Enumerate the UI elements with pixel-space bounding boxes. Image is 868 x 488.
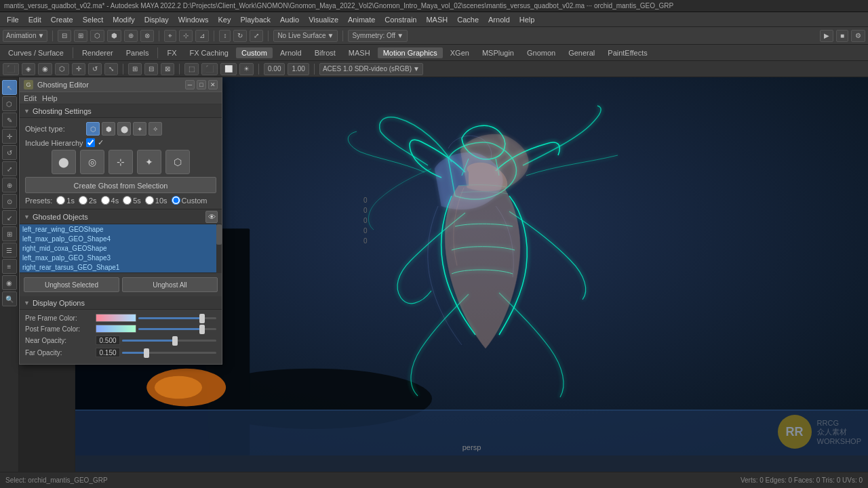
ge-objtype-joint[interactable]: ✦ (133, 122, 146, 136)
vp-wire[interactable]: ⬚ (184, 63, 199, 75)
ge-minimize-btn[interactable]: ─ (185, 80, 195, 89)
tb-btn-5[interactable]: ⊕ (124, 30, 138, 42)
ge-ghost-icon-1[interactable]: ⬤ (52, 150, 76, 174)
ge-ghost-icon-4[interactable]: ✦ (137, 150, 161, 174)
ge-near-opacity-slider[interactable] (122, 340, 216, 342)
menu-create[interactable]: Create (47, 14, 77, 25)
ge-list-item-5[interactable]: right_mid_tarsus_GEO_Shape3 (20, 272, 222, 273)
ge-pre-color-swatch[interactable] (96, 314, 136, 322)
menu-modify[interactable]: Modify (108, 14, 138, 25)
ge-preset-4s[interactable]: 4s (101, 196, 119, 205)
ge-settings-header[interactable]: ▼ Ghosting Settings (20, 104, 222, 118)
ge-list-item-3[interactable]: left_max_palp_GEO_Shape3 (20, 253, 222, 262)
fx-tab-motiongraphics[interactable]: Motion Graphics (378, 47, 443, 58)
play-btn[interactable]: ▶ (820, 30, 833, 42)
menu-help[interactable]: Help (515, 14, 539, 25)
ge-preset-5s-radio[interactable] (123, 196, 132, 205)
ge-objtype-curve[interactable]: ⬤ (117, 122, 131, 136)
symmetry-btn[interactable]: Symmetry: Off ▼ (348, 30, 408, 42)
ge-post-color-swatch[interactable] (96, 325, 136, 333)
fx-tab-custom[interactable]: Custom (236, 47, 273, 58)
render-settings[interactable]: ⚙ (851, 30, 865, 42)
menu-audio[interactable]: Audio (276, 14, 303, 25)
ge-hierarchy-check[interactable] (86, 138, 95, 147)
tb-snap-2[interactable]: ⊹ (179, 30, 193, 42)
tb-snap-1[interactable]: ⌖ (164, 30, 176, 42)
ge-preset-5s[interactable]: 5s (123, 196, 141, 205)
ge-list-item-0[interactable]: left_rear_wing_GEOShape (20, 224, 222, 234)
ge-far-opacity-thumb[interactable] (144, 348, 149, 358)
ge-unghost-selected-btn[interactable]: Unghost Selected (24, 277, 119, 292)
ge-hierarchy-checkbox[interactable]: ✓ (86, 138, 104, 147)
ge-list-scrollbar[interactable] (216, 224, 222, 273)
ge-menu-edit[interactable]: Edit (24, 94, 37, 102)
ge-ghost-icon-3[interactable]: ⊹ (108, 150, 133, 174)
tb-scale[interactable]: ⤢ (250, 30, 263, 42)
ge-preset-1s[interactable]: 1s (56, 196, 75, 205)
tool-outliner-icon[interactable]: ☰ (2, 243, 17, 258)
vp-light[interactable]: ☀ (239, 63, 254, 75)
tb-btn-4[interactable]: ⬢ (107, 30, 121, 42)
fx-tab-xgen[interactable]: XGen (445, 47, 475, 58)
ge-preset-2s[interactable]: 2s (79, 196, 97, 205)
ge-preset-2s-radio[interactable] (79, 196, 87, 205)
ge-close-btn[interactable]: ✕ (208, 80, 218, 89)
fx-tab-panels[interactable]: Panels (121, 47, 155, 58)
tool-attr-icon[interactable]: ⊞ (2, 226, 17, 241)
fx-tab-gnomon[interactable]: Gnomon (521, 47, 561, 58)
ge-preset-10s-radio[interactable] (145, 196, 154, 205)
tool-manip-icon[interactable]: ⊕ (2, 178, 17, 192)
menu-mash[interactable]: MASH (422, 14, 452, 25)
ge-pre-color-slider[interactable] (138, 317, 216, 319)
vp-tex[interactable]: ⬜ (220, 63, 237, 75)
fx-tab-curves[interactable]: Curves / Surface (3, 47, 69, 58)
tool-select[interactable]: ⬛ (3, 63, 19, 75)
fx-tab-renderer[interactable]: Renderer (77, 47, 119, 58)
ge-preset-4s-radio[interactable] (101, 196, 110, 205)
tool-render-icon[interactable]: ◉ (2, 275, 17, 290)
ge-objects-list[interactable]: left_rear_wing_GEOShape left_max_palp_GE… (20, 224, 222, 273)
tool-scale-icon[interactable]: ⤢ (2, 161, 17, 176)
ge-objtype-all[interactable]: ⬡ (86, 122, 100, 136)
tb-btn-6[interactable]: ⊗ (140, 30, 154, 42)
tool-channel-icon[interactable]: ≡ (2, 259, 17, 274)
tool-select2[interactable]: ◈ (22, 63, 35, 75)
tool-snap3[interactable]: ⊠ (161, 63, 174, 75)
menu-playback[interactable]: Playback (236, 14, 275, 25)
menu-animate[interactable]: Animate (344, 14, 379, 25)
ge-objtype-mesh[interactable]: ⬢ (102, 122, 115, 136)
tool-scale[interactable]: ⤡ (104, 63, 118, 75)
fx-tab-arnold[interactable]: Arnold (275, 47, 307, 58)
tool-snap1[interactable]: ⊞ (128, 63, 142, 75)
tool-softsel-icon[interactable]: ⊙ (2, 194, 17, 209)
ge-preset-custom-radio[interactable] (172, 196, 180, 205)
ge-preset-10s[interactable]: 10s (145, 196, 167, 205)
vp-solid[interactable]: ⬛ (201, 63, 218, 75)
ge-maximize-btn[interactable]: □ (197, 80, 206, 89)
no-live-surface[interactable]: No Live Surface ▼ (273, 30, 338, 42)
menu-select[interactable]: Select (79, 14, 108, 25)
fx-tab-fx[interactable]: FX (161, 47, 182, 58)
ge-objtype-ctrl[interactable]: ✧ (149, 122, 162, 136)
tool-paint[interactable]: ◉ (38, 63, 52, 75)
ge-display-section-header[interactable]: ▼ Display Options (20, 296, 222, 310)
workspace-dropdown[interactable]: Animation ▼ (3, 30, 47, 42)
fx-tab-msplugin[interactable]: MSPlugin (477, 47, 519, 58)
fx-tab-fxcaching[interactable]: FX Caching (184, 47, 233, 58)
tool-select-icon[interactable]: ↖ (2, 80, 17, 95)
ge-list-item-1[interactable]: left_max_palp_GEO_Shape4 (20, 234, 222, 243)
ge-list-item-4[interactable]: right_rear_tarsus_GEO_Shape1 (20, 262, 222, 272)
ge-ghost-icon-5[interactable]: ⬡ (165, 150, 190, 174)
stop-btn[interactable]: ■ (836, 30, 848, 42)
fx-tab-mash[interactable]: MASH (343, 47, 376, 58)
ge-post-color-thumb[interactable] (199, 325, 205, 334)
ge-list-scrollthumb[interactable] (216, 224, 222, 245)
tool-lasso-icon[interactable]: ⬡ (2, 96, 17, 111)
fx-tab-general[interactable]: General (563, 47, 600, 58)
menu-edit[interactable]: Edit (24, 14, 45, 25)
ge-eye-visibility-btn[interactable]: 👁 (205, 211, 218, 223)
tool-rotate-icon[interactable]: ↺ (2, 145, 17, 160)
ge-pre-color-thumb[interactable] (199, 314, 205, 323)
tb-snap-3[interactable]: ⊿ (195, 30, 209, 42)
menu-windows[interactable]: Windows (174, 14, 213, 25)
